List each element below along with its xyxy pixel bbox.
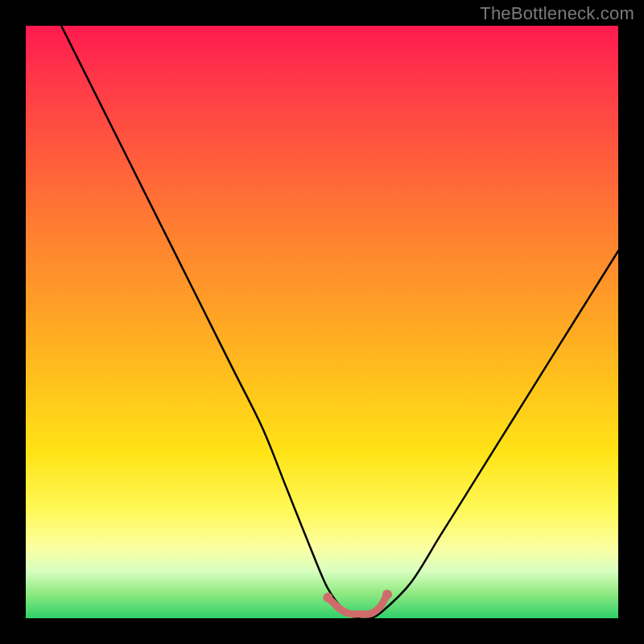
marker-endpoint: [323, 592, 332, 602]
curve-svg: [26, 26, 618, 618]
chart-frame: TheBottleneck.com: [0, 0, 644, 644]
bottleneck-curve: [61, 26, 618, 618]
watermark-text: TheBottleneck.com: [480, 3, 634, 24]
plot-area: [26, 26, 618, 618]
optimal-marker: [328, 595, 387, 615]
marker-endpoint: [382, 590, 392, 600]
